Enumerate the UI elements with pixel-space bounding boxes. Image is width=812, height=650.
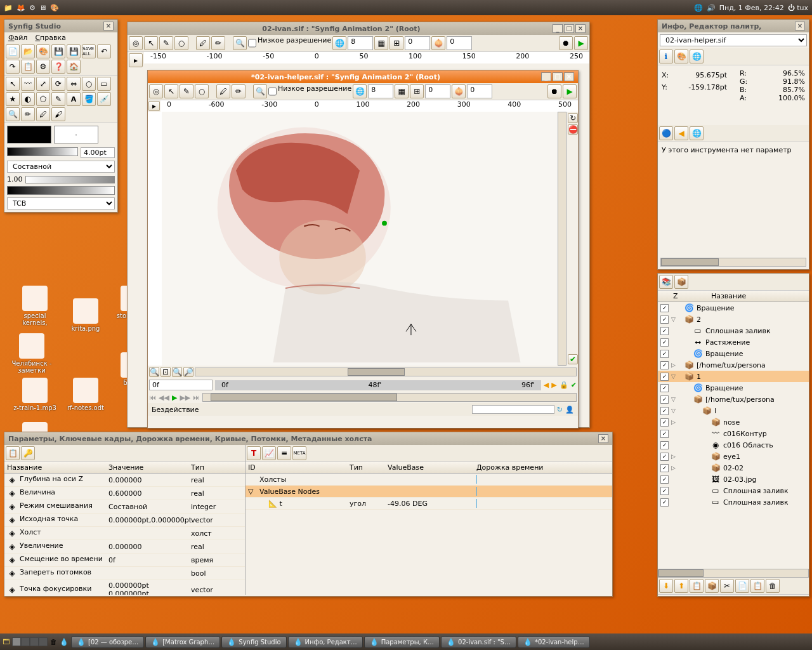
gradient-swatch[interactable] (7, 147, 78, 156)
num-spin[interactable]: 0 (405, 36, 430, 50)
tool-button[interactable]: ↖ (144, 36, 158, 50)
close-icon[interactable]: × (795, 22, 805, 30)
user-menu[interactable]: ⏻ tux (788, 4, 808, 12)
num-spin[interactable]: 0 (467, 84, 492, 98)
grid-icon[interactable]: ▦ (395, 84, 409, 98)
scale-tool[interactable]: ⤢ (36, 77, 50, 91)
workspace-switcher[interactable] (12, 637, 48, 646)
toolbox-titlebar[interactable]: Synfig Studio × (4, 20, 117, 32)
layer-row[interactable]: ✓◉c016 Область (658, 439, 809, 451)
desktop-icon[interactable]: krita.png (63, 298, 108, 332)
close-icon[interactable]: × (564, 72, 574, 81)
taskbar-button[interactable]: 💧[02 — обозре… (71, 636, 144, 648)
layer-visible-check[interactable]: ✓ (660, 430, 669, 438)
tool-button[interactable]: 🔍 (253, 84, 267, 98)
app-icon[interactable]: 🖥 (39, 4, 46, 12)
scrollbar-v[interactable] (558, 112, 566, 366)
play-button[interactable]: ▶ (172, 394, 177, 402)
info-titlebar[interactable]: Инфо, Редактор палитр, × (658, 20, 809, 32)
desktop-icon[interactable]: rf-notes.odt (63, 378, 108, 411)
expand-icon[interactable]: ▽ (671, 408, 679, 414)
num-spin[interactable]: 0 (425, 84, 450, 98)
scrollbar-h[interactable] (658, 569, 809, 578)
close-icon[interactable]: × (103, 22, 114, 30)
tool-button[interactable]: ○ (174, 36, 188, 50)
blend-select[interactable]: Составной (7, 161, 115, 173)
tab-button[interactable]: 🌐 (690, 126, 704, 140)
zoom-tool[interactable]: 🔍 (6, 107, 20, 121)
polygon-tool[interactable]: ⬠ (36, 92, 50, 106)
next-button[interactable]: ▶▶ (180, 394, 190, 402)
fill-tool[interactable]: 🪣 (82, 92, 96, 106)
taskbar-button[interactable]: 💧[Matrox Graph… (145, 636, 220, 648)
rotate-tool[interactable]: ⟳ (51, 77, 65, 91)
play-button[interactable]: ▶ (563, 84, 577, 98)
check-icon[interactable]: ✔ (571, 381, 577, 389)
key-row[interactable]: ▽ValueBase Nodes (246, 486, 612, 498)
record-button[interactable]: ⏺ (547, 84, 561, 98)
param-value[interactable]: 0.000000 (108, 476, 191, 484)
taskbar-button[interactable]: 💧Synfig Studio (221, 636, 286, 648)
params-tab[interactable]: 📋 (6, 446, 20, 460)
save-button[interactable]: 💾 (51, 44, 65, 58)
tool-button[interactable]: 📋 (21, 60, 35, 74)
zoom-out-button[interactable]: 🔍 (149, 367, 159, 377)
opacity-slider[interactable] (25, 176, 115, 183)
new-button[interactable]: 📄 (6, 44, 20, 58)
layer-row[interactable]: ✓▽📦1 (658, 371, 809, 382)
param-row[interactable]: ◈Увеличение0.000000real (4, 540, 245, 554)
res-spin[interactable]: 8 (348, 36, 373, 50)
grid-icon[interactable]: ▦ (374, 36, 388, 50)
tray-icon[interactable]: 🔊 (707, 4, 716, 12)
taskbar-button[interactable]: 💧02-ivan.sif : "S… (441, 636, 516, 648)
nav-icon[interactable]: ◀ (544, 381, 549, 389)
expand-icon[interactable]: ▷ (671, 465, 679, 471)
minimize-icon[interactable]: _ (541, 72, 551, 81)
layer-down-button[interactable]: ⬇ (659, 579, 673, 593)
expand-icon[interactable]: ▽ (248, 488, 257, 496)
refresh-icon[interactable]: ↻ (557, 406, 563, 414)
key-tab[interactable]: 🔑 (21, 446, 35, 460)
desktop-icon[interactable]: Челябинск - заметки (10, 333, 54, 374)
layer-dup-button[interactable]: 📋 (690, 579, 704, 593)
canvas-tab[interactable]: 📦 (674, 275, 688, 289)
smooth-tool[interactable]: 〰 (21, 77, 35, 91)
maximize-icon[interactable]: □ (553, 72, 563, 81)
layer-row[interactable]: ✓▽📦[/home/tux/persona (658, 394, 809, 405)
caret-button[interactable]: ▸ (129, 53, 143, 67)
canvas-viewport[interactable] (162, 112, 558, 366)
layer-row[interactable]: ✓🌀Вращение (658, 302, 809, 314)
keyframe-button[interactable]: ◎ (149, 84, 163, 98)
layer-visible-check[interactable]: ✓ (660, 475, 669, 484)
menu-file[interactable]: Файл (8, 34, 27, 42)
gradient-tool[interactable]: ◐ (21, 92, 35, 106)
lock-icon[interactable]: 🔒 (560, 381, 568, 389)
layer-del-button[interactable]: 🗑 (766, 579, 780, 593)
layer-row[interactable]: ✓▭Сплошная заливк (658, 485, 809, 496)
layer-visible-check[interactable]: ✓ (660, 464, 669, 472)
layer-row[interactable]: ✓▷📦eye1 (658, 451, 809, 462)
draw-tool[interactable]: ✏ (21, 107, 35, 121)
layer-visible-check[interactable]: ✓ (660, 338, 669, 347)
interp-select[interactable]: TCB (7, 197, 115, 209)
record-button[interactable]: ⏺ (559, 36, 573, 50)
layer-cut-button[interactable]: ✂ (720, 579, 734, 593)
param-value[interactable]: 0.000000pt,0.000000pt (108, 516, 191, 524)
num-spin[interactable]: 0 (447, 36, 472, 50)
layer-visible-check[interactable]: ✓ (660, 327, 669, 335)
scrollbar-h[interactable] (195, 368, 577, 376)
last-button[interactable]: ⏭ (193, 394, 200, 402)
layer-visible-check[interactable]: ✓ (660, 361, 669, 369)
tool-opts-tab[interactable]: 🔵 (659, 126, 673, 140)
expand-icon[interactable]: ▽ (671, 316, 679, 322)
param-row[interactable]: ◈Исходная точка0.000000pt,0.000000ptvect… (4, 514, 245, 527)
app-icon[interactable]: ⚙ (29, 4, 36, 12)
param-value[interactable]: 0.600000 (108, 489, 191, 498)
desktop-icon[interactable]: special kernels, (13, 286, 57, 326)
tab-button[interactable]: ◀ (674, 126, 688, 140)
param-value[interactable]: 0.000000 (108, 543, 191, 551)
expand-icon[interactable]: ▽ (671, 373, 679, 380)
param-row[interactable]: ◈Холстхолст (4, 527, 245, 540)
tool-button[interactable]: ✎ (159, 36, 173, 50)
keyframe-button[interactable]: ◎ (129, 36, 143, 50)
